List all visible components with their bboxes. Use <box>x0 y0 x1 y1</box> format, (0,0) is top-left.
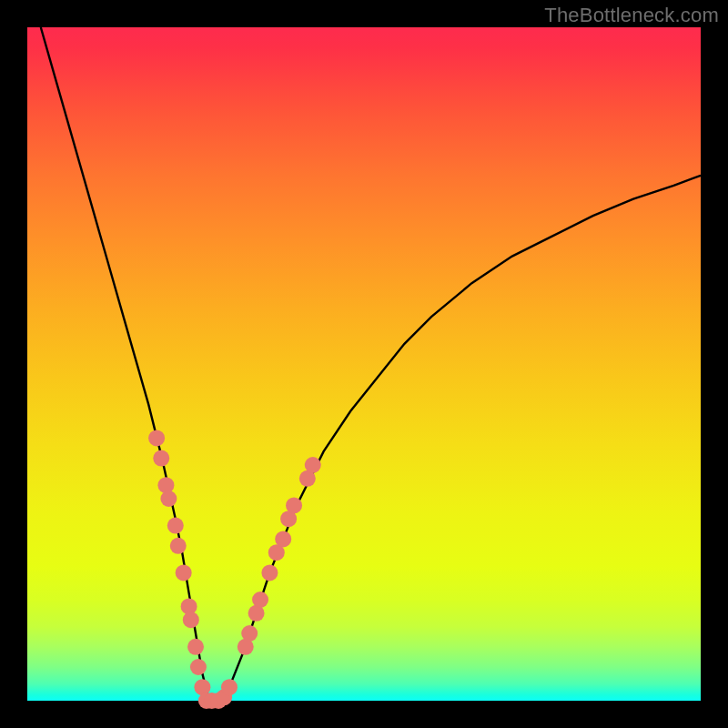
sample-point <box>275 531 291 547</box>
sample-point <box>153 450 169 467</box>
sample-point <box>176 564 192 581</box>
bottleneck-curve <box>41 27 701 701</box>
sample-point <box>170 538 187 554</box>
sample-point <box>167 518 184 534</box>
sample-point <box>305 457 321 473</box>
sample-point <box>148 430 165 446</box>
sample-point <box>221 679 238 695</box>
sample-point <box>286 497 302 513</box>
sample-points-group <box>148 430 321 709</box>
sample-point <box>183 612 199 628</box>
sample-point <box>160 490 177 507</box>
sample-point <box>187 639 204 655</box>
sample-point <box>261 564 278 581</box>
sample-point <box>157 477 174 493</box>
sample-point <box>190 659 207 675</box>
curve-layer <box>27 27 701 701</box>
sample-point <box>252 592 268 608</box>
plot-area <box>27 27 701 701</box>
sample-point <box>241 625 258 642</box>
watermark-text: TheBottleneck.com <box>544 4 719 27</box>
chart-frame: TheBottleneck.com <box>0 0 728 728</box>
